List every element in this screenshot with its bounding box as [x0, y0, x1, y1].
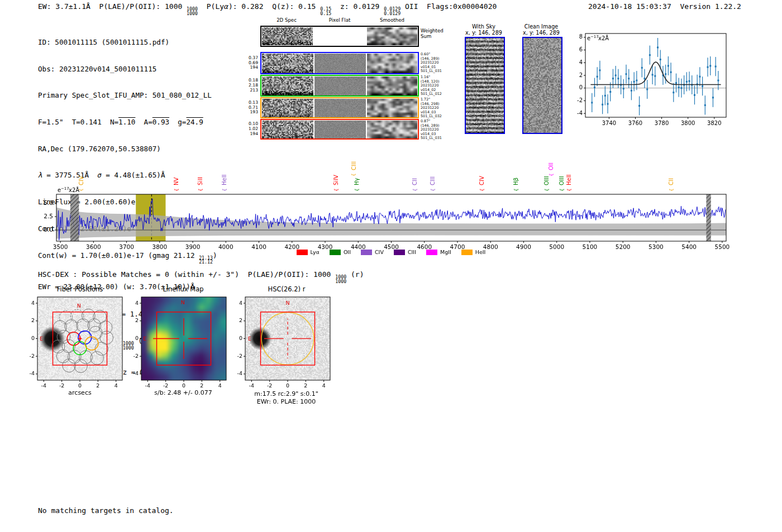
info-line-seeing: F=1.5" T=0.141 N=1.10 A=0.93 g=24.9	[38, 118, 217, 127]
legend-label-ciii: CIII	[408, 249, 416, 255]
legend-swatch-ciii	[394, 250, 405, 255]
fiber-weight-value: 194	[244, 132, 258, 137]
hsc-image-xlabel-1: m:17.5 rc:2.9" s:0.1"	[235, 390, 338, 397]
cutout-smoothed-image	[367, 121, 417, 138]
fiber-annotation-2: 1.16" (148, 120) 20231220 v014_02 501_LL…	[421, 75, 446, 97]
weighted-sum-label: Weighted Sum	[421, 28, 444, 39]
cutout-2dspec-image	[262, 121, 313, 138]
cutout-2dspec-image	[262, 99, 313, 117]
with-sky-coords: x, y: 146, 289	[458, 30, 509, 36]
cutout-col-title-smoothed: Smoothed	[365, 17, 419, 23]
legend-item-heii: HeII	[461, 249, 486, 255]
cutout-smoothed-image	[367, 27, 417, 45]
cutout-row-fiber-4	[260, 119, 419, 140]
cutout-col-title-2dspec: 2D Spec	[260, 17, 313, 23]
fiber-annotation-1: 0.60" (146, 289) 20231220 v014_01 501_LL…	[421, 52, 446, 74]
fiber-weight-value: 193	[244, 110, 258, 115]
cutout-row-fiber-2	[260, 75, 419, 97]
fiber-annotation-4: 0.87" (146, 289) 20231220 v014_03 501_LL…	[421, 119, 446, 141]
info-line-radec: RA,Dec (179.762070,50.538807)	[38, 145, 217, 154]
info-line-cont-w: Cont(w) = 1.70(±0.01)e-17 (gmag 21.12 21…	[38, 251, 217, 265]
legend-label-lya: Lyα	[311, 249, 320, 255]
weighted-sum-line2: Sum	[421, 33, 444, 39]
hsc-image-xlabel-2: EWr: 0. PLAE: 1000	[235, 398, 338, 405]
line-fit-plot	[565, 29, 733, 130]
cutout-row-fiber-3	[260, 97, 419, 118]
fiber-weight-value: 213	[244, 88, 258, 93]
cutout-smoothed-image	[367, 54, 417, 73]
fiber-weight-value: 194	[244, 65, 258, 70]
clean-image-coords: x, y: 146, 289	[516, 30, 567, 36]
cutout-col-title-pixelflat: Pixel Flat	[313, 17, 366, 23]
fiber-ann-line: 501_LL_012	[421, 92, 446, 97]
fiber-positions-xlabel: arcsecs	[37, 389, 123, 396]
lineflux-map-plot	[126, 293, 238, 392]
fiber-weights-2: 0.18 2.18 213	[244, 75, 258, 97]
hsc-dex-matches-line: HSC-DEX : Possible Matches = 0 (within +…	[38, 270, 364, 284]
report-version: Version 1.22.2	[680, 2, 741, 11]
weighted-sum-line1: Weighted	[421, 28, 444, 33]
legend-label-civ: CIV	[375, 249, 384, 255]
legend-swatch-lya	[297, 250, 308, 255]
fiber-positions-title: Fiber Positions	[37, 285, 123, 293]
footer-line-1: No matching targets in catalog.	[38, 506, 174, 515]
legend-swatch-heii	[461, 250, 473, 255]
legend-item-civ: CIV	[361, 249, 384, 255]
hsc-image-plot	[230, 293, 342, 392]
fiber-positions-plot	[22, 293, 134, 392]
cutout-2dspec-image	[262, 27, 313, 45]
lineflux-map-xlabel: s/b: 2.48 +/- 0.077	[134, 389, 232, 396]
fiber-ann-line: 501_LL_032	[421, 114, 446, 119]
legend-item-oii: OII	[330, 249, 351, 255]
legend-item-ciii: CIII	[394, 249, 416, 255]
clean-image	[522, 37, 562, 134]
cutout-2dspec-image	[262, 54, 313, 73]
info-line-primary-spec: Primary Spec_Slot_IFU_AMP: 501_080_012_L…	[38, 91, 217, 100]
spectrum-legend: Lyα OII CIV CIII MgII HeII	[279, 249, 503, 255]
legend-item-lya: Lyα	[297, 249, 320, 255]
legend-swatch-civ	[361, 250, 372, 255]
cutout-pixelflat-image	[314, 99, 366, 117]
elixer-report-page: { "header":{ "segments":[{"t":"EW: 3.7±1…	[0, 0, 782, 532]
legend-label-oii: OII	[344, 249, 351, 255]
fiber-weights-3: 0.13 0.71 193	[244, 97, 258, 118]
full-spectrum-plot	[34, 155, 748, 252]
report-datetime-version: 2024-10-18 15:03:37 Version 1.22.2	[588, 2, 741, 11]
clean-image-title: Clean Image	[516, 23, 567, 30]
cutout-2dspec-image	[262, 76, 313, 95]
legend-swatch-oii	[330, 250, 341, 255]
fiber-weights-4: 0.10 1.02 194	[244, 119, 258, 140]
cutout-smoothed-image	[367, 76, 417, 95]
fiber-ann-line: 501_LL_031	[421, 69, 446, 74]
with-sky-title: With Sky	[458, 23, 509, 30]
report-header-line: EW: 3.7±1.1Å P(LAE)/P(OII): 1000 1000100…	[38, 2, 497, 16]
cutout-smoothed-image	[367, 99, 417, 117]
legend-item-mgii: MgII	[426, 249, 451, 255]
cutout-row-weighted-sum	[260, 26, 419, 47]
legend-label-heii: HeII	[475, 249, 486, 255]
report-datetime: 2024-10-18 15:03:37	[588, 2, 671, 11]
header-spacer	[671, 2, 680, 11]
hsc-image-title: HSC(26.2) r	[244, 285, 329, 293]
cutout-pixelflat-image	[314, 121, 366, 138]
fiber-weights-1: 0.37 0.69 194	[244, 52, 258, 74]
cutout-pixelflat-image	[314, 54, 366, 73]
lineflux-map-title: Lineflux Map	[141, 285, 225, 293]
legend-label-mgii: MgII	[440, 249, 451, 255]
with-sky-image	[465, 37, 505, 134]
fiber-annotation-3: 1.72" (146, 298) 20231220 v014_03 501_LL…	[421, 98, 446, 119]
legend-swatch-mgii	[426, 250, 437, 255]
cutout-pixelflat-image	[314, 76, 366, 95]
info-line-obs: Obs: 20231220v014_5001011115	[38, 65, 217, 74]
fiber-ann-line: 501_LL_031	[421, 136, 446, 141]
info-line-id: ID: 5001011115 (5001011115.pdf)	[38, 38, 217, 47]
catalog-match-note: No matching targets in catalog. Row inte…	[38, 489, 174, 532]
cutout-pixelflat-image	[314, 27, 365, 45]
cutout-row-fiber-1	[260, 52, 419, 74]
